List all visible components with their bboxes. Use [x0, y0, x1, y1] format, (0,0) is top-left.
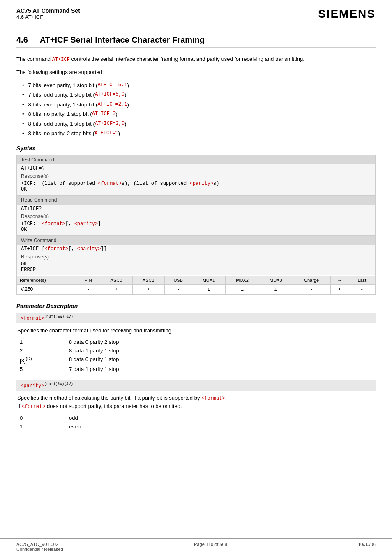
pin-cell: - — [76, 284, 100, 294]
format-values-table: 1 8 data 0 parity 2 stop 2 8 data 1 pari… — [16, 338, 376, 373]
write-response-label: Response(s) — [17, 253, 375, 260]
format-param-header: <format>(num)(&W)(&V) — [16, 313, 376, 323]
last-cell: - — [349, 284, 375, 294]
main-content: 4.6 AT+ICF Serial Interface Character Fr… — [0, 25, 392, 450]
write-command-header: Write Command — [17, 236, 375, 245]
intro-para1: The command AT+ICF controls the serial i… — [16, 55, 376, 63]
charge-cell: - — [293, 284, 330, 294]
read-command-code: AT+ICF? — [17, 205, 375, 213]
asc1-col-header: ASC1 — [132, 276, 164, 284]
header-subtitle: 4.6 AT+ICF — [16, 14, 80, 20]
intro-para2: The following settings are supported: — [16, 68, 376, 76]
list-item: 8 bits, even parity, 1 stop bit (AT+ICF=… — [16, 101, 376, 109]
read-response-label: Response(s) — [17, 213, 375, 220]
section-title: AT+ICF Serial Interface Character Framin… — [40, 35, 205, 44]
mux1-cell: ± — [192, 284, 226, 294]
write-command-code: AT+ICF=[<format>[, <parity>]] — [17, 245, 375, 253]
footer-left: AC75_ATC_V01.002 Confidential / Released — [16, 542, 63, 552]
write-response: OK ERROR — [17, 260, 375, 275]
format-val-desc: 8 data 0 parity 1 stop — [66, 355, 376, 365]
list-item: 7 bits, even parity, 1 stop bit (AT+ICF=… — [16, 81, 376, 90]
read-command-header: Read Command — [17, 196, 375, 205]
test-command-section: Test Command AT+ICF=? Response(s) +ICF: … — [17, 155, 375, 195]
asc1-cell: + — [132, 284, 164, 294]
syntax-heading: Syntax — [16, 145, 376, 152]
mux2-cell: ± — [226, 284, 259, 294]
parity-values-table: 0 odd 1 even — [16, 414, 376, 431]
list-item: 7 bits, odd parity, 1 stop bit (AT+ICF=5… — [16, 91, 376, 99]
format-val-desc: 8 data 1 parity 1 stop — [66, 346, 376, 355]
footer-date: 10/30/06 — [358, 542, 376, 547]
asc0-cell: + — [100, 284, 132, 294]
header-left: AC75 AT Command Set 4.6 AT+ICF — [16, 7, 80, 20]
parity-val-key: 0 — [16, 414, 66, 422]
pin-col-header: PIN — [76, 276, 100, 284]
arrow-cell: + — [330, 284, 349, 294]
section-number: 4.6 — [16, 35, 28, 44]
table-row: [3](D) 8 data 0 parity 1 stop — [16, 355, 376, 365]
siemens-logo: SIEMENS — [318, 7, 376, 21]
arrow-col-header: → — [330, 276, 349, 284]
parity-param-desc: Specifies the method of calculating the … — [16, 394, 376, 410]
page-footer: AC75_ATC_V01.002 Confidential / Released… — [0, 538, 392, 555]
format-val-key: [3](D) — [16, 355, 66, 365]
table-row: 1 even — [16, 422, 376, 431]
command-table: Test Command AT+ICF=? Response(s) +ICF: … — [16, 155, 376, 295]
usb-cell: - — [164, 284, 192, 294]
footer-page: Page 110 of 569 — [194, 542, 227, 547]
param-desc-heading: Parameter Description — [16, 303, 376, 309]
test-command-code: AT+ICF=? — [17, 164, 375, 173]
format-ref: <format> — [201, 396, 225, 401]
ref-cell: V.250 — [17, 284, 76, 294]
format-val-key: 1 — [16, 338, 66, 346]
default-sup: (D) — [25, 356, 32, 361]
write-command-section: Write Command AT+ICF=[<format>[, <parity… — [17, 235, 375, 275]
list-item: 8 bits, no parity, 2 stop bits (AT+ICF=1… — [16, 129, 376, 138]
test-response: +ICF: (list of supported <format>s), (li… — [17, 180, 375, 195]
test-response-label: Response(s) — [17, 173, 375, 180]
atcmd-inline: AT+ICF — [52, 57, 70, 62]
mux3-col-header: MUX3 — [259, 276, 293, 284]
format-param-name: <format> — [21, 315, 44, 321]
section-heading: 4.6 AT+ICF Serial Interface Character Fr… — [16, 35, 376, 48]
read-command-section: Read Command AT+ICF? Response(s) +ICF: <… — [17, 195, 375, 235]
reference-table: Reference(s) PIN ASC0 ASC1 USB MUX1 MUX2… — [17, 276, 375, 294]
format-val-key: 5 — [16, 365, 66, 373]
footer-status: Confidential / Released — [16, 547, 63, 552]
last-col-header: Last — [349, 276, 375, 284]
parity-val-key: 1 — [16, 422, 66, 431]
parity-val-desc: even — [66, 422, 376, 431]
parity-param-header: <parity>(num)(&W)(&V) — [16, 380, 376, 391]
footer-doc-id: AC75_ATC_V01.002 — [16, 542, 63, 547]
mux3-cell: ± — [259, 284, 293, 294]
page-header: AC75 AT Command Set 4.6 AT+ICF SIEMENS — [0, 0, 392, 25]
table-row: V.250 - + + - ± ± ± - + - — [17, 284, 375, 294]
read-response: +ICF: <format>[, <parity>] OK — [17, 220, 375, 235]
format-param-desc: Specifies the character format used for … — [16, 327, 376, 335]
format-val-key: 2 — [16, 346, 66, 355]
mux2-col-header: MUX2 — [226, 276, 259, 284]
test-command-header: Test Command — [17, 155, 375, 164]
table-row: 1 8 data 0 parity 2 stop — [16, 338, 376, 346]
parity-val-desc: odd — [66, 414, 376, 422]
mux1-col-header: MUX1 — [192, 276, 226, 284]
charge-col-header: Charge — [293, 276, 330, 284]
header-title: AC75 AT Command Set — [16, 7, 80, 14]
format-val-desc: 7 data 1 parity 1 stop — [66, 365, 376, 373]
parity-param-name: <parity> — [21, 383, 44, 389]
parity-param-block: <parity>(num)(&W)(&V) Specifies the meth… — [16, 380, 376, 431]
format-param-sup: (num)(&W)(&V) — [44, 315, 73, 319]
format-param-block: <format>(num)(&W)(&V) Specifies the char… — [16, 313, 376, 374]
list-item: 8 bits, no parity, 1 stop bit (AT+ICF=3) — [16, 110, 376, 118]
list-item: 8 bits, odd parity, 1 stop bit (AT+ICF=2… — [16, 120, 376, 128]
table-row: 2 8 data 1 parity 1 stop — [16, 346, 376, 355]
table-row: 0 odd — [16, 414, 376, 422]
bullet-list: 7 bits, even parity, 1 stop bit (AT+ICF=… — [16, 81, 376, 138]
format-ref2: <format> — [22, 404, 46, 410]
parity-param-sup: (num)(&W)(&V) — [44, 382, 73, 386]
format-val-desc: 8 data 0 parity 2 stop — [66, 338, 376, 346]
usb-col-header: USB — [164, 276, 192, 284]
ref-col-header: Reference(s) — [17, 276, 76, 284]
asc0-col-header: ASC0 — [100, 276, 132, 284]
table-row: 5 7 data 1 parity 1 stop — [16, 365, 376, 373]
